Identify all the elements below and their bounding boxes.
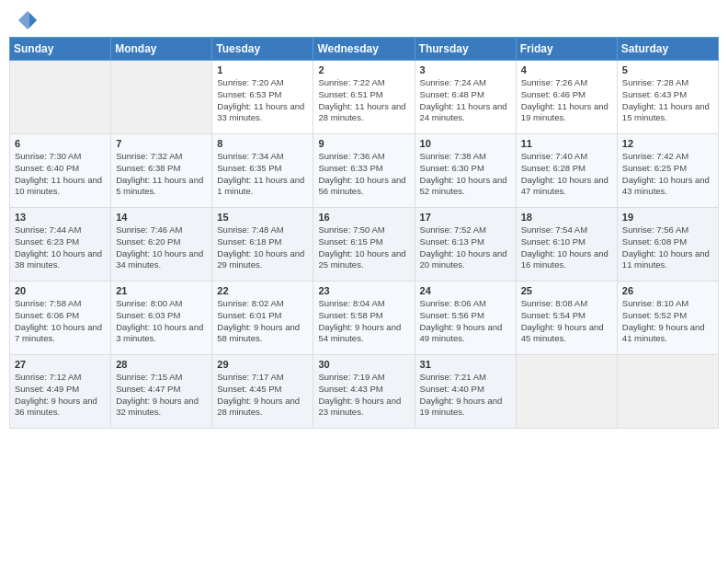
weekday-header-saturday: Saturday <box>617 38 718 61</box>
calendar-table: SundayMondayTuesdayWednesdayThursdayFrid… <box>9 37 719 429</box>
weekday-header-wednesday: Wednesday <box>313 38 415 61</box>
calendar-cell: 7Sunrise: 7:32 AM Sunset: 6:38 PM Daylig… <box>111 134 212 208</box>
calendar-cell: 28Sunrise: 7:15 AM Sunset: 4:47 PM Dayli… <box>111 355 212 429</box>
day-info: Sunrise: 7:21 AM Sunset: 4:40 PM Dayligh… <box>420 372 511 419</box>
day-info: Sunrise: 8:00 AM Sunset: 6:03 PM Dayligh… <box>116 298 207 345</box>
calendar-week-2: 6Sunrise: 7:30 AM Sunset: 6:40 PM Daylig… <box>10 134 719 208</box>
day-info: Sunrise: 8:08 AM Sunset: 5:54 PM Dayligh… <box>521 298 612 345</box>
day-info: Sunrise: 7:56 AM Sunset: 6:08 PM Dayligh… <box>622 224 713 271</box>
day-number: 10 <box>420 138 511 149</box>
day-info: Sunrise: 7:15 AM Sunset: 4:47 PM Dayligh… <box>116 372 207 419</box>
calendar-cell <box>111 61 212 134</box>
calendar-cell: 1Sunrise: 7:20 AM Sunset: 6:53 PM Daylig… <box>212 61 313 134</box>
day-number: 24 <box>420 285 511 296</box>
day-number: 8 <box>217 138 308 149</box>
day-info: Sunrise: 7:17 AM Sunset: 4:45 PM Dayligh… <box>217 372 308 419</box>
day-number: 17 <box>420 212 511 223</box>
calendar-cell: 31Sunrise: 7:21 AM Sunset: 4:40 PM Dayli… <box>415 355 516 429</box>
day-info: Sunrise: 8:02 AM Sunset: 6:01 PM Dayligh… <box>217 298 308 345</box>
calendar-cell: 6Sunrise: 7:30 AM Sunset: 6:40 PM Daylig… <box>10 134 111 208</box>
day-number: 7 <box>116 138 207 149</box>
calendar-body: 1Sunrise: 7:20 AM Sunset: 6:53 PM Daylig… <box>10 61 719 429</box>
day-number: 11 <box>521 138 612 149</box>
calendar-cell: 19Sunrise: 7:56 AM Sunset: 6:08 PM Dayli… <box>617 208 718 282</box>
day-info: Sunrise: 7:52 AM Sunset: 6:13 PM Dayligh… <box>420 224 511 271</box>
calendar-cell: 8Sunrise: 7:34 AM Sunset: 6:35 PM Daylig… <box>212 134 313 208</box>
day-info: Sunrise: 7:48 AM Sunset: 6:18 PM Dayligh… <box>217 224 308 271</box>
day-info: Sunrise: 7:28 AM Sunset: 6:43 PM Dayligh… <box>622 77 713 124</box>
day-number: 4 <box>521 64 612 75</box>
day-number: 31 <box>420 359 511 370</box>
day-info: Sunrise: 7:34 AM Sunset: 6:35 PM Dayligh… <box>217 151 308 198</box>
weekday-header-thursday: Thursday <box>415 38 516 61</box>
day-info: Sunrise: 7:44 AM Sunset: 6:23 PM Dayligh… <box>15 224 106 271</box>
calendar-cell: 17Sunrise: 7:52 AM Sunset: 6:13 PM Dayli… <box>415 208 516 282</box>
day-info: Sunrise: 8:06 AM Sunset: 5:56 PM Dayligh… <box>420 298 511 345</box>
calendar-cell <box>516 355 617 429</box>
day-info: Sunrise: 7:50 AM Sunset: 6:15 PM Dayligh… <box>318 224 409 271</box>
day-number: 20 <box>15 285 106 296</box>
weekday-header-row: SundayMondayTuesdayWednesdayThursdayFrid… <box>10 38 719 61</box>
day-info: Sunrise: 7:24 AM Sunset: 6:48 PM Dayligh… <box>420 77 511 124</box>
day-info: Sunrise: 7:38 AM Sunset: 6:30 PM Dayligh… <box>420 151 511 198</box>
day-number: 16 <box>318 212 409 223</box>
logo-icon <box>17 9 39 31</box>
calendar-cell: 16Sunrise: 7:50 AM Sunset: 6:15 PM Dayli… <box>313 208 415 282</box>
day-number: 26 <box>622 285 713 296</box>
calendar-cell: 23Sunrise: 8:04 AM Sunset: 5:58 PM Dayli… <box>313 282 415 355</box>
calendar-cell: 15Sunrise: 7:48 AM Sunset: 6:18 PM Dayli… <box>212 208 313 282</box>
calendar-cell: 27Sunrise: 7:12 AM Sunset: 4:49 PM Dayli… <box>10 355 111 429</box>
calendar-cell: 12Sunrise: 7:42 AM Sunset: 6:25 PM Dayli… <box>617 134 718 208</box>
calendar-cell: 24Sunrise: 8:06 AM Sunset: 5:56 PM Dayli… <box>415 282 516 355</box>
day-info: Sunrise: 7:30 AM Sunset: 6:40 PM Dayligh… <box>15 151 106 198</box>
day-info: Sunrise: 8:10 AM Sunset: 5:52 PM Dayligh… <box>622 298 713 345</box>
day-number: 29 <box>217 359 308 370</box>
calendar-cell: 18Sunrise: 7:54 AM Sunset: 6:10 PM Dayli… <box>516 208 617 282</box>
calendar-cell: 14Sunrise: 7:46 AM Sunset: 6:20 PM Dayli… <box>111 208 212 282</box>
day-number: 15 <box>217 212 308 223</box>
day-info: Sunrise: 7:54 AM Sunset: 6:10 PM Dayligh… <box>521 224 612 271</box>
logo <box>13 9 39 31</box>
day-number: 21 <box>116 285 207 296</box>
day-number: 9 <box>318 138 409 149</box>
day-number: 23 <box>318 285 409 296</box>
calendar-cell: 30Sunrise: 7:19 AM Sunset: 4:43 PM Dayli… <box>313 355 415 429</box>
calendar-cell: 10Sunrise: 7:38 AM Sunset: 6:30 PM Dayli… <box>415 134 516 208</box>
svg-marker-1 <box>29 13 37 28</box>
day-info: Sunrise: 7:26 AM Sunset: 6:46 PM Dayligh… <box>521 77 612 124</box>
calendar-cell: 4Sunrise: 7:26 AM Sunset: 6:46 PM Daylig… <box>516 61 617 134</box>
day-number: 19 <box>622 212 713 223</box>
day-number: 12 <box>622 138 713 149</box>
calendar-cell: 3Sunrise: 7:24 AM Sunset: 6:48 PM Daylig… <box>415 61 516 134</box>
day-number: 28 <box>116 359 207 370</box>
day-info: Sunrise: 7:42 AM Sunset: 6:25 PM Dayligh… <box>622 151 713 198</box>
day-number: 22 <box>217 285 308 296</box>
weekday-header-friday: Friday <box>516 38 617 61</box>
day-info: Sunrise: 7:19 AM Sunset: 4:43 PM Dayligh… <box>318 372 409 419</box>
calendar-cell <box>10 61 111 134</box>
calendar-cell: 5Sunrise: 7:28 AM Sunset: 6:43 PM Daylig… <box>617 61 718 134</box>
calendar-week-4: 20Sunrise: 7:58 AM Sunset: 6:06 PM Dayli… <box>10 282 719 355</box>
day-number: 6 <box>15 138 106 149</box>
calendar-cell: 21Sunrise: 8:00 AM Sunset: 6:03 PM Dayli… <box>111 282 212 355</box>
day-number: 13 <box>15 212 106 223</box>
day-number: 14 <box>116 212 207 223</box>
calendar-week-5: 27Sunrise: 7:12 AM Sunset: 4:49 PM Dayli… <box>10 355 719 429</box>
weekday-header-tuesday: Tuesday <box>212 38 313 61</box>
calendar-header: SundayMondayTuesdayWednesdayThursdayFrid… <box>10 38 719 61</box>
day-info: Sunrise: 7:22 AM Sunset: 6:51 PM Dayligh… <box>318 77 409 124</box>
day-info: Sunrise: 7:32 AM Sunset: 6:38 PM Dayligh… <box>116 151 207 198</box>
day-info: Sunrise: 7:40 AM Sunset: 6:28 PM Dayligh… <box>521 151 612 198</box>
day-info: Sunrise: 7:58 AM Sunset: 6:06 PM Dayligh… <box>15 298 106 345</box>
calendar-cell: 22Sunrise: 8:02 AM Sunset: 6:01 PM Dayli… <box>212 282 313 355</box>
day-number: 1 <box>217 64 308 75</box>
calendar-week-3: 13Sunrise: 7:44 AM Sunset: 6:23 PM Dayli… <box>10 208 719 282</box>
calendar-cell: 11Sunrise: 7:40 AM Sunset: 6:28 PM Dayli… <box>516 134 617 208</box>
day-info: Sunrise: 7:36 AM Sunset: 6:33 PM Dayligh… <box>318 151 409 198</box>
day-number: 27 <box>15 359 106 370</box>
day-number: 30 <box>318 359 409 370</box>
calendar-cell: 13Sunrise: 7:44 AM Sunset: 6:23 PM Dayli… <box>10 208 111 282</box>
day-number: 5 <box>622 64 713 75</box>
day-info: Sunrise: 7:12 AM Sunset: 4:49 PM Dayligh… <box>15 372 106 419</box>
day-info: Sunrise: 8:04 AM Sunset: 5:58 PM Dayligh… <box>318 298 409 345</box>
